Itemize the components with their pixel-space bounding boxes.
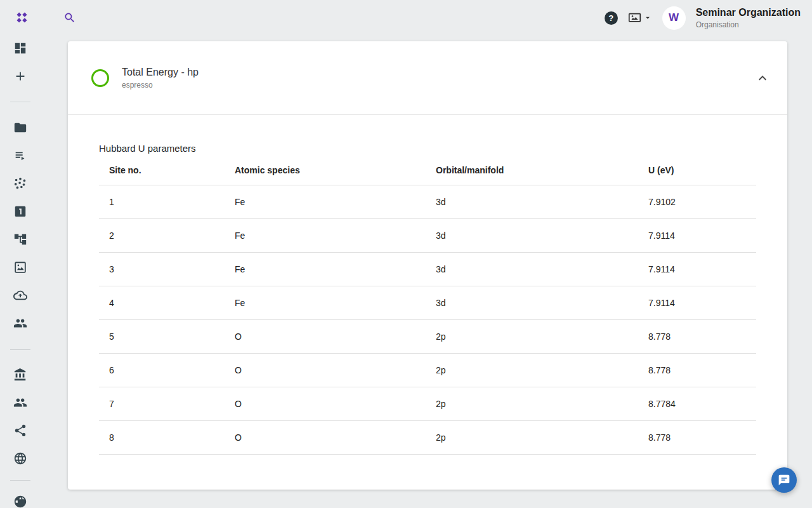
topbar: ? W Seminar Organization Organisation [0,0,812,36]
globe-icon[interactable] [13,451,28,466]
chat-bubble-icon [778,474,790,486]
col-header-orbital: Orbital/manifold [426,156,638,185]
sidebar [0,36,41,508]
card-subtitle: espresso [122,81,199,90]
table-cell: Fe [225,218,426,252]
table-row: 5O2p8.778 [99,319,756,353]
sidebar-divider [10,102,30,102]
table-cell: 8.778 [638,319,756,353]
org-block[interactable]: Seminar Organization Organisation [696,6,801,30]
table-cell: 8.778 [638,353,756,387]
users-icon[interactable] [13,395,28,410]
chevron-down-icon [643,13,652,22]
result-card: Total Energy - hp espresso Hubbard U par… [68,41,787,490]
table-cell: O [225,353,426,387]
table-header-row: Site no. Atomic species Orbital/manifold… [99,156,756,185]
table-cell: Fe [225,286,426,319]
table-row: 8O2p8.778 [99,420,756,454]
table-cell: 2p [426,387,638,420]
share-icon[interactable] [13,423,28,438]
col-header-site: Site no. [99,156,225,185]
table-cell: 8.7784 [638,387,756,420]
org-subtitle: Organisation [696,20,801,30]
table-row: 3Fe3d7.9114 [99,252,756,286]
status-ring-icon [91,69,109,87]
topbar-right: ? W Seminar Organization Organisation [605,0,801,36]
screenshot-icon [628,11,641,25]
section-title: Hubbard U parameters [99,143,756,154]
table-cell: 2p [426,319,638,353]
cloud-upload-icon[interactable] [13,288,28,303]
scatter-icon[interactable] [13,176,28,191]
table-cell: 3d [426,252,638,286]
card-header: Total Energy - hp espresso [68,41,787,115]
search-icon[interactable] [63,11,76,24]
folder-icon[interactable] [13,120,28,135]
table-row: 1Fe3d7.9102 [99,185,756,218]
table-cell: 7.9114 [638,286,756,319]
table-row: 4Fe3d7.9114 [99,286,756,319]
table-cell: Fe [225,252,426,286]
sidebar-divider [10,349,30,350]
app-logo-icon[interactable] [15,11,29,24]
table-cell: 4 [99,286,225,319]
table-row: 2Fe3d7.9114 [99,218,756,252]
media-icon[interactable] [13,260,28,275]
sidebar-divider [10,480,30,481]
table-cell: 7.9102 [638,185,756,218]
table-cell: 8.778 [638,420,756,454]
table-cell: 6 [99,353,225,387]
table-cell: 5 [99,319,225,353]
table-cell: 2 [99,218,225,252]
card-body: Hubbard U parameters Site no. Atomic spe… [68,115,787,455]
table-cell: 3d [426,218,638,252]
table-cell: O [225,319,426,353]
table-cell: O [225,420,426,454]
table-cell: 2p [426,420,638,454]
chat-launcher-button[interactable] [771,467,797,493]
add-icon[interactable] [13,69,28,84]
bank-icon[interactable] [13,367,28,382]
chevron-up-icon[interactable] [755,70,770,86]
org-name: Seminar Organization [696,6,801,19]
team-icon[interactable] [13,316,28,331]
table-row: 6O2p8.778 [99,353,756,387]
table-cell: 7 [99,387,225,420]
table-cell: 1 [99,185,225,218]
viewer-dropdown[interactable] [628,11,652,25]
col-header-u: U (eV) [638,156,756,185]
help-icon[interactable]: ? [605,11,618,25]
table-cell: 3d [426,185,638,218]
card-title: Total Energy - hp [122,67,199,78]
hubbard-table-body: 1Fe3d7.91022Fe3d7.91143Fe3d7.91144Fe3d7.… [99,185,756,454]
table-cell: 7.9114 [638,252,756,286]
avatar[interactable]: W [662,6,686,30]
entity-one-icon[interactable] [13,204,28,219]
table-cell: 8 [99,420,225,454]
table-cell: 3d [426,286,638,319]
globe-bottom-icon[interactable] [13,494,28,508]
workflow-tree-icon[interactable] [13,232,28,247]
hubbard-table: Site no. Atomic species Orbital/manifold… [99,156,756,455]
job-list-icon[interactable] [13,148,28,163]
table-cell: 7.9114 [638,218,756,252]
table-row: 7O2p8.7784 [99,387,756,420]
dashboard-icon[interactable] [13,41,28,56]
table-cell: Fe [225,185,426,218]
table-cell: 3 [99,252,225,286]
col-header-species: Atomic species [225,156,426,185]
table-cell: O [225,387,426,420]
table-cell: 2p [426,353,638,387]
